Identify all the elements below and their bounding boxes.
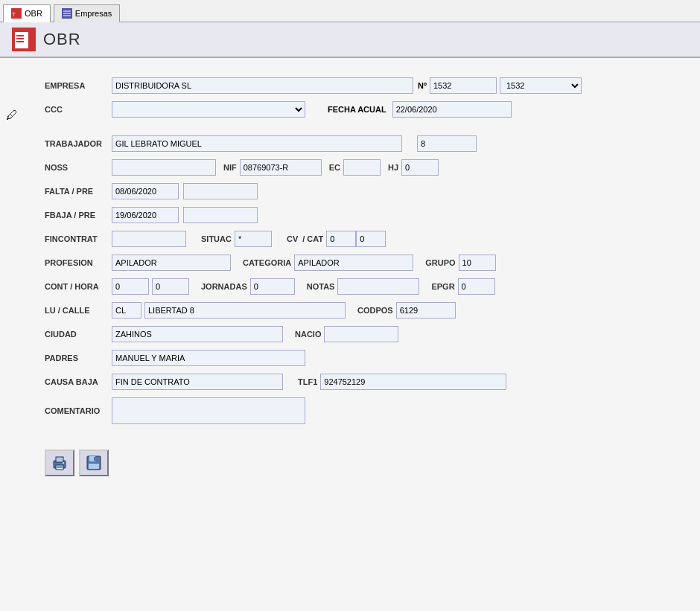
no-label: Nº <box>418 81 427 90</box>
codpos-label: CODPOS <box>357 306 393 315</box>
header-title: OBR <box>43 30 81 49</box>
fbaja-date-input[interactable] <box>112 207 179 223</box>
comentario-label: COMENTARIO <box>45 406 112 415</box>
no-input[interactable] <box>430 77 497 94</box>
save-button[interactable] <box>79 450 109 476</box>
ec-input[interactable] <box>343 159 381 176</box>
causabaja-label: CAUSA BAJA <box>45 377 112 386</box>
ciudad-label: CIUDAD <box>45 330 112 339</box>
ec-label: EC <box>329 163 340 172</box>
pen-indicator: 🖊 <box>6 109 18 122</box>
jornadas-label: JORNADAS <box>201 282 247 291</box>
svg-rect-14 <box>57 466 63 467</box>
ccc-label: CCC <box>45 105 112 114</box>
jornadas-input[interactable] <box>250 278 295 295</box>
hj-input[interactable] <box>401 159 439 176</box>
tlf1-label: TLF1 <box>298 377 317 386</box>
fbaja-pre-label: FBAJA / PRE <box>45 211 112 220</box>
svg-point-16 <box>63 462 64 464</box>
situac-label: SITUAC <box>201 234 232 243</box>
empresas-tab-icon <box>62 8 72 19</box>
falta-pre-label: FALTA / PRE <box>45 187 112 196</box>
nacio-label: NACIO <box>295 330 321 339</box>
situac-input[interactable] <box>235 231 272 247</box>
tlf1-input[interactable] <box>320 374 506 390</box>
svg-rect-8 <box>16 35 24 36</box>
ccc-select[interactable] <box>112 101 305 118</box>
save-icon <box>86 455 102 471</box>
padres-label: PADRES <box>45 354 112 362</box>
profesion-label: PROFESION <box>45 258 112 267</box>
trabajador-input[interactable] <box>112 135 402 152</box>
nif-input[interactable] <box>240 159 322 176</box>
lu-calle-label: LU / CALLE <box>45 306 112 315</box>
falta-date-input[interactable] <box>112 183 179 199</box>
notas-input[interactable] <box>337 278 419 295</box>
tab-obr[interactable]: T OBR <box>3 4 51 22</box>
trabajador-num-input[interactable] <box>417 135 477 152</box>
svg-text:T: T <box>12 11 16 18</box>
nacio-input[interactable] <box>324 326 398 342</box>
obr-tab-icon: T <box>11 8 22 19</box>
hj-label: HJ <box>388 163 398 172</box>
ciudad-input[interactable] <box>112 326 283 342</box>
cont-input[interactable] <box>112 278 149 295</box>
fbaja-blank-input[interactable] <box>183 207 258 223</box>
svg-rect-12 <box>56 457 63 462</box>
notas-label: NOTAS <box>307 282 335 291</box>
calle-input[interactable] <box>144 302 346 319</box>
lu-input[interactable] <box>112 302 141 319</box>
fecha-acual-label: FECHA ACUAL <box>328 105 386 114</box>
empresa-label: EMPRESA <box>45 81 112 90</box>
padres-input[interactable] <box>112 350 305 366</box>
trabajador-label: TRABAJADOR <box>45 139 112 148</box>
empresa-input[interactable] <box>112 77 413 94</box>
causabaja-input[interactable] <box>112 374 283 390</box>
hora-input[interactable] <box>152 278 189 295</box>
svg-rect-7 <box>15 32 28 48</box>
categoria-input[interactable] <box>294 255 413 271</box>
codpos-input[interactable] <box>396 302 456 319</box>
falta-blank-input[interactable] <box>183 183 258 199</box>
svg-rect-20 <box>89 464 99 469</box>
svg-rect-10 <box>16 41 24 42</box>
epgr-label: EPGR <box>431 282 454 291</box>
noss-label: NOSS <box>45 163 112 172</box>
svg-rect-15 <box>57 467 63 468</box>
cont-hora-label: CONT / HORA <box>45 282 112 291</box>
profesion-input[interactable] <box>112 255 231 271</box>
comentario-input[interactable] <box>112 397 305 424</box>
cat-input[interactable] <box>356 231 386 247</box>
categoria-label: CATEGORIA <box>243 258 291 267</box>
noss-input[interactable] <box>112 159 216 176</box>
tab-empresas[interactable]: Empresas <box>54 4 121 22</box>
header-icon <box>12 28 36 51</box>
cat-label: / CAT <box>302 234 323 243</box>
nif-label: NIF <box>223 163 237 172</box>
fincontrat-input[interactable] <box>112 231 186 247</box>
cv-input[interactable] <box>326 231 356 247</box>
no-select[interactable]: 1532 <box>500 77 582 94</box>
fecha-acual-input[interactable] <box>392 101 512 118</box>
tab-obr-label: OBR <box>25 9 42 18</box>
tab-empresas-label: Empresas <box>75 9 112 18</box>
grupo-label: GRUPO <box>425 258 455 267</box>
cv-label: CV <box>287 234 298 243</box>
svg-rect-19 <box>94 457 95 461</box>
grupo-input[interactable] <box>459 255 496 271</box>
epgr-input[interactable] <box>458 278 495 295</box>
print-icon <box>51 455 68 471</box>
fincontrat-label: FINCONTRAT <box>45 234 112 243</box>
print-button[interactable] <box>45 450 74 476</box>
svg-rect-9 <box>16 38 24 39</box>
